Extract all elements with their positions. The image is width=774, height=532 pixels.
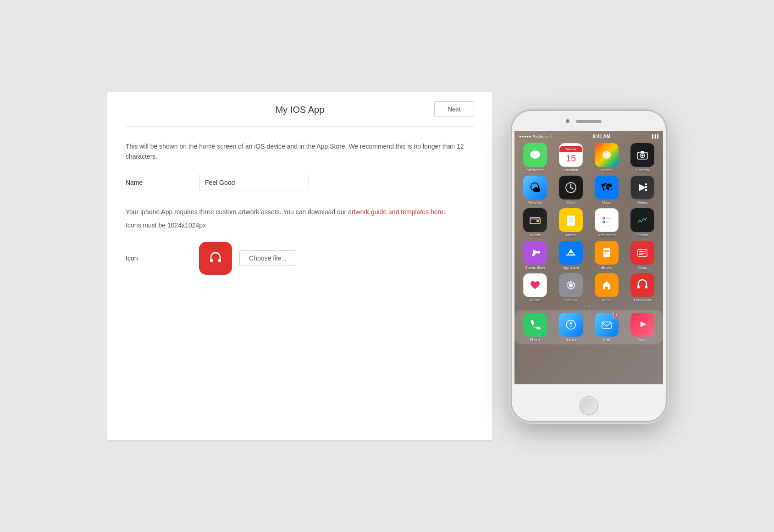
ibooks-icon xyxy=(595,241,619,265)
status-bar: ●●●●● Radio.co ⌔ 9:41 AM ▐▐▐ xyxy=(514,131,663,140)
notes-label: Notes xyxy=(566,233,576,237)
list-item[interactable]: Stocks xyxy=(625,208,659,237)
news-label: News xyxy=(638,266,647,270)
list-item[interactable]: iTunes Store xyxy=(518,241,552,270)
svg-point-37 xyxy=(532,254,535,256)
list-item[interactable]: Photos xyxy=(590,143,624,172)
svg-point-2 xyxy=(530,150,540,159)
list-item[interactable]: Settings xyxy=(554,273,588,302)
weather-icon: 🌤 xyxy=(523,176,547,200)
svg-point-9 xyxy=(603,152,606,154)
svg-point-20 xyxy=(570,187,572,188)
settings-label: Settings xyxy=(564,298,578,302)
list-item[interactable]: Music xyxy=(625,313,659,342)
svg-rect-27 xyxy=(536,220,539,222)
description-text: This will be shown on the home screen of… xyxy=(126,141,474,162)
list-item[interactable]: Notes xyxy=(554,208,588,237)
list-item[interactable]: 🗺 Maps xyxy=(590,176,624,205)
svg-marker-51 xyxy=(603,281,611,289)
svg-point-12 xyxy=(608,152,610,154)
artwork-text: Your iphone App requires three custom ar… xyxy=(126,207,474,218)
svg-rect-29 xyxy=(567,216,575,226)
health-label: Health xyxy=(530,298,540,302)
form-panel: My IOS App Next This will be shown on th… xyxy=(107,92,492,440)
artwork-link[interactable]: artwork guide and templates here. xyxy=(348,208,445,216)
home-app-label: Home xyxy=(602,298,611,302)
list-item[interactable]: Wallet xyxy=(518,208,552,237)
svg-rect-22 xyxy=(645,183,647,185)
music-dock-label: Music xyxy=(638,338,647,342)
list-item[interactable]: Health xyxy=(518,273,552,302)
svg-rect-43 xyxy=(604,250,609,251)
list-item[interactable]: Tuesday 15 Calendar xyxy=(554,143,588,172)
svg-rect-24 xyxy=(645,189,647,191)
health-icon xyxy=(523,273,547,297)
list-item[interactable]: Clock xyxy=(554,176,588,205)
svg-point-6 xyxy=(606,157,608,160)
feel-good-label: Feel Good xyxy=(634,298,651,302)
list-item[interactable]: Videos xyxy=(625,176,659,205)
speaker-grille xyxy=(576,120,602,123)
choose-file-button[interactable]: Choose file... xyxy=(239,250,296,266)
home-icon xyxy=(595,273,619,297)
app-store-label: App Store xyxy=(563,266,579,270)
svg-rect-57 xyxy=(602,322,611,328)
list-item[interactable]: Messages xyxy=(518,143,552,172)
list-item[interactable]: Phone xyxy=(518,313,552,342)
settings-icon xyxy=(559,273,583,297)
svg-rect-23 xyxy=(645,186,647,188)
app-grid: Messages Tuesday 15 Calendar Ph xyxy=(514,140,663,305)
list-item[interactable]: Feel Good xyxy=(625,273,659,302)
wallet-label: Wallet xyxy=(530,233,540,237)
icon-row: Icon Choose file... xyxy=(126,242,474,275)
list-item[interactable]: 8 Mail xyxy=(590,313,624,342)
list-item[interactable]: Reminders xyxy=(590,208,624,237)
svg-marker-55 xyxy=(569,321,572,325)
camera-app-icon xyxy=(630,143,654,167)
dock: Phone Safari 8 Mail xyxy=(514,310,663,344)
list-item[interactable]: 🌤 Weather xyxy=(518,176,552,205)
list-item[interactable]: Safari xyxy=(554,313,588,342)
panel-body: This will be shown on the home screen of… xyxy=(107,127,492,440)
feel-good-icon xyxy=(630,273,654,297)
clock-display: 9:41 AM xyxy=(593,134,610,139)
name-label: Name xyxy=(126,179,199,186)
next-button[interactable]: Next xyxy=(434,101,474,117)
safari-dock-label: Safari xyxy=(566,338,576,342)
wallet-icon xyxy=(523,208,547,232)
svg-point-15 xyxy=(641,155,644,157)
itunes-store-label: iTunes Store xyxy=(525,266,545,270)
list-item[interactable]: Home xyxy=(590,273,624,302)
list-item[interactable]: News xyxy=(625,241,659,270)
calendar-icon: Tuesday 15 xyxy=(559,143,583,167)
mail-dock-icon: 8 xyxy=(595,313,619,337)
videos-icon xyxy=(630,176,654,200)
stocks-label: Stocks xyxy=(637,233,648,237)
list-item[interactable]: Camera xyxy=(625,143,659,172)
svg-point-38 xyxy=(537,251,540,254)
icon-label: Icon xyxy=(126,255,199,262)
panel-title: My IOS App xyxy=(276,105,325,115)
svg-rect-52 xyxy=(637,285,640,288)
icons-note: Icons must be 1024x1024px xyxy=(126,222,474,229)
home-button[interactable] xyxy=(580,396,598,415)
maps-icon: 🗺 xyxy=(595,176,619,200)
svg-rect-26 xyxy=(530,218,540,220)
reminders-icon xyxy=(595,208,619,232)
camera-app-label: Camera xyxy=(636,168,649,172)
list-item[interactable]: iBooks xyxy=(590,241,624,270)
news-icon xyxy=(630,241,654,265)
stocks-icon xyxy=(630,208,654,232)
clock-icon xyxy=(559,176,583,200)
svg-rect-44 xyxy=(604,251,609,252)
panel-header: My IOS App Next xyxy=(107,92,492,126)
list-item[interactable]: App Store xyxy=(554,241,588,270)
name-input[interactable] xyxy=(199,175,309,190)
svg-point-35 xyxy=(603,221,605,223)
svg-point-5 xyxy=(606,151,608,153)
phone-dock-icon xyxy=(523,313,547,337)
svg-rect-16 xyxy=(641,151,644,153)
app-store-icon xyxy=(559,241,583,265)
svg-point-50 xyxy=(569,283,573,287)
videos-label: Videos xyxy=(637,200,648,205)
